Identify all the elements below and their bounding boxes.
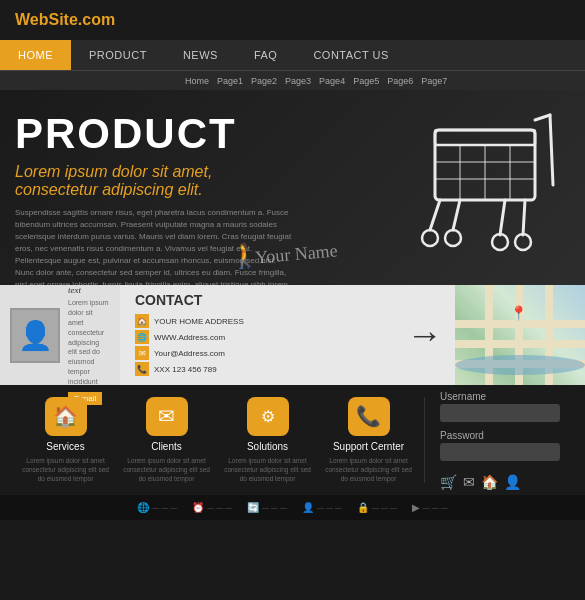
play-icon: ▶ [412,502,420,513]
svg-line-7 [523,200,525,235]
nav-news[interactable]: NEWS [165,40,236,70]
subnav-page7[interactable]: Page7 [421,76,447,86]
user-icon: 👤 [302,502,314,513]
clients-text: Lorem ipsum dolor sit amet consectetur a… [121,456,212,483]
bottom-globe: 🌐 — — — [137,502,177,513]
bottom-play: ▶ — — — [412,502,448,513]
bottom-clock: ⏰ — — — [192,502,232,513]
globe-icon: 🌐 [137,502,149,513]
email-icon: ✉ [135,346,149,360]
address-text: YOUR HOME ADDRESS [154,317,244,326]
clients-label: Clients [151,441,182,452]
footer-services: 🏠 Services Lorem ipsum dolor sit amet co… [0,385,585,495]
password-input[interactable] [440,443,560,461]
globe-text: — — — [152,504,177,511]
login-icons: 🛒 ✉ 🏠 👤 [440,474,560,490]
services-text: Lorem ipsum dolor sit amet consectetur a… [20,456,111,483]
website-text: WWW.Address.com [154,333,225,342]
footer-divider [424,397,425,483]
username-label: Username [440,391,560,402]
service-clients: ✉ Clients Lorem ipsum dolor sit amet con… [116,397,217,483]
bottom-bar: 🌐 — — — ⏰ — — — 🔄 — — — 👤 — — — 🔒 — — — … [0,495,585,520]
subnav-page3[interactable]: Page3 [285,76,311,86]
clock-icon: ⏰ [192,502,204,513]
home-icon[interactable]: 🏠 [481,474,498,490]
main-nav: HOME PRODUCT NEWS FAQ CONTACT US [0,40,585,70]
map-background: 📍 [455,285,585,385]
contact-email-row: ✉ Your@Address.com [135,346,380,360]
service-solutions: ⚙ Solutions Lorem ipsum dolor sit amet c… [217,397,318,483]
solutions-text: Lorem ipsum dolor sit amet consectetur a… [222,456,313,483]
support-icon: 📞 [348,397,390,436]
contact-arrow: → [395,285,455,385]
profile-icon[interactable]: 👤 [504,474,521,490]
contact-info: CONTACT 🏠 YOUR HOME ADDRESS 🌐 WWW.Addres… [120,285,395,385]
password-label: Password [440,430,560,441]
bottom-lock: 🔒 — — — [357,502,397,513]
profile-info: Your Name and simple text Lorem ipsum do… [68,265,110,404]
contact-phone-row: 📞 XXX 123 456 789 [135,362,380,376]
refresh-icon: 🔄 [247,502,259,513]
svg-point-8 [422,230,438,246]
hero-section: PRODUCT Lorem ipsum dolor sit amet,conse… [0,90,585,285]
phone-icon: 📞 [135,362,149,376]
services-label: Services [46,441,84,452]
subnav-page1[interactable]: Page1 [217,76,243,86]
lock-icon: 🔒 [357,502,369,513]
subnav-page6[interactable]: Page6 [387,76,413,86]
lock-text: — — — [372,504,397,511]
profile-text: Lorem ipsum dolor sit amet consectetur a… [68,298,110,386]
contact-title: CONTACT [135,292,380,308]
nav-home[interactable]: HOME [0,40,71,70]
svg-line-6 [500,200,505,235]
support-text: Lorem ipsum dolor sit amet consectetur a… [323,456,414,483]
cart-illustration [405,100,565,260]
profile-section: 👤 Your Name and simple text Lorem ipsum … [0,285,120,385]
map-pin: 📍 [510,305,527,321]
svg-rect-1 [435,130,535,145]
solutions-label: Solutions [247,441,288,452]
avatar-icon: 👤 [18,319,53,352]
email-text: Your@Address.com [154,349,225,358]
website-icon: 🌐 [135,330,149,344]
nav-contact[interactable]: CONTACT US [295,40,407,70]
solutions-icon: ⚙ [247,397,289,436]
header: WebSite.com [0,0,585,40]
avatar: 👤 [10,308,60,363]
contact-website-row: 🌐 WWW.Address.com [135,330,380,344]
subnav: Home Page1 Page2 Page3 Page4 Page5 Page6… [0,70,585,90]
address-icon: 🏠 [135,314,149,328]
svg-line-4 [430,200,440,230]
services-icon: 🏠 [45,397,87,436]
support-label: Support Cernter [333,441,404,452]
bottom-user: 👤 — — — [302,502,342,513]
map-area: 📍 [455,285,585,385]
logo-text: WebSite [15,11,78,28]
clients-icon: ✉ [146,397,188,436]
subnav-page2[interactable]: Page2 [251,76,277,86]
logo-suffix: .com [78,11,115,28]
contact-band: 👤 Your Name and simple text Lorem ipsum … [0,285,585,385]
cart-svg [405,100,565,260]
svg-point-9 [445,230,461,246]
subnav-page5[interactable]: Page5 [353,76,379,86]
nav-faq[interactable]: FAQ [236,40,296,70]
cart-icon[interactable]: 🛒 [440,474,457,490]
nav-product[interactable]: PRODUCT [71,40,165,70]
contact-address-row: 🏠 YOUR HOME ADDRESS [135,314,380,328]
login-section: Username Password 🛒 ✉ 🏠 👤 [430,397,570,483]
mail-icon[interactable]: ✉ [463,474,475,490]
svg-line-3 [550,115,553,185]
service-support: 📞 Support Cernter Lorem ipsum dolor sit … [318,397,419,483]
logo: WebSite.com [15,11,570,29]
phone-text: XXX 123 456 789 [154,365,217,374]
bottom-refresh: 🔄 — — — [247,502,287,513]
refresh-text: — — — [262,504,287,511]
svg-line-2 [535,115,550,120]
username-input[interactable] [440,404,560,422]
subnav-home[interactable]: Home [185,76,209,86]
svg-line-5 [453,200,460,230]
user-text: — — — [317,504,342,511]
subnav-page4[interactable]: Page4 [319,76,345,86]
service-services: 🏠 Services Lorem ipsum dolor sit amet co… [15,397,116,483]
